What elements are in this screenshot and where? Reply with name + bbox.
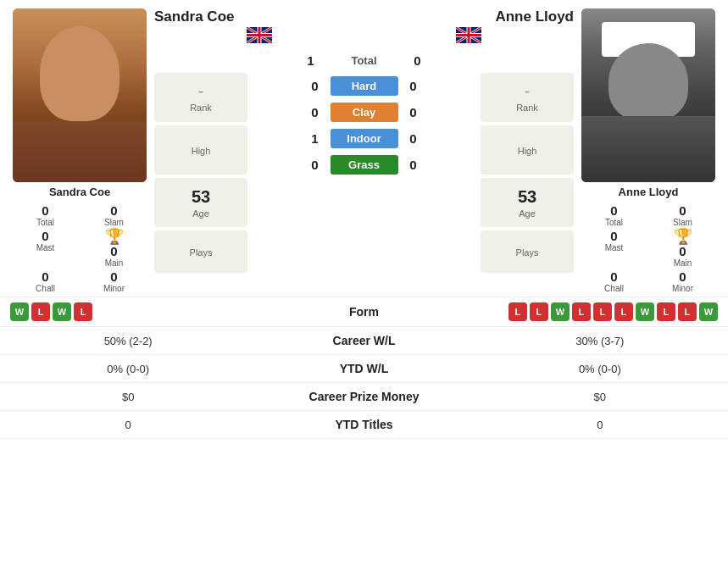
ytd-titles-row: 0 YTD Titles 0 <box>0 411 728 439</box>
indoor-score-row: 1 Indoor 0 <box>251 129 477 148</box>
right-player-photo <box>581 8 715 182</box>
career-wl-row: 50% (2-2) Career W/L 30% (3-7) <box>0 327 728 355</box>
surfaces-column: 0 Hard 0 0 Clay 0 1 Indoor 0 <box>251 73 477 176</box>
right-rank-box: - Rank <box>481 73 574 122</box>
right-flag <box>456 27 481 47</box>
form-badge-right: L <box>572 302 591 321</box>
ytd-wl-row: 0% (0-0) YTD W/L 0% (0-0) <box>0 355 728 383</box>
form-badge-right: L <box>614 302 633 321</box>
form-badge-right: L <box>530 302 548 321</box>
left-total-stat: 0 Total <box>17 203 74 227</box>
form-badge-left: L <box>31 302 50 321</box>
form-badge-right: L <box>678 302 697 321</box>
left-player-header-name: Sandra Coe <box>154 8 234 25</box>
right-player-name: Anne Lloyd <box>619 186 679 198</box>
form-badge-left: W <box>53 302 71 321</box>
left-high-box: High <box>154 125 247 175</box>
right-player-header-name: Anne Lloyd <box>495 8 574 25</box>
left-plays-box: Plays <box>154 230 247 273</box>
hard-score-row: 0 Hard 0 <box>251 76 477 96</box>
left-slam-stat: 0 Slam <box>86 203 142 227</box>
form-badge-left: L <box>74 302 92 321</box>
total-score-row: 1 Total 0 <box>154 53 574 68</box>
right-total-stat: 0 Total <box>586 203 642 227</box>
left-rank-box: - Rank <box>154 73 247 122</box>
left-trophy-icon: 🏆 <box>105 229 124 244</box>
right-age-box: 53 Age <box>481 178 574 227</box>
right-mast-stat: 0 Mast <box>586 229 642 268</box>
form-badge-left: W <box>10 302 29 321</box>
left-stat-boxes: - Rank High 53 Age Plays <box>154 73 247 273</box>
grass-score-row: 0 Grass 0 <box>251 155 477 175</box>
right-high-box: High <box>481 125 574 175</box>
left-player-name: Sandra Coe <box>49 186 110 198</box>
career-prize-row: $0 Career Prize Money $0 <box>0 383 728 411</box>
bottom-section: WLWL Form LLWLLLWLLW 50% (2-2) Career W/… <box>0 297 728 439</box>
form-badge-right: W <box>699 302 718 321</box>
left-mast-stat: 0 Mast <box>17 229 74 268</box>
form-badge-right: L <box>657 302 675 321</box>
right-stat-boxes: - Rank High 53 Age Plays <box>481 73 574 273</box>
form-row: WLWL Form LLWLLLWLLW <box>0 297 728 327</box>
left-age-box: 53 Age <box>154 178 247 227</box>
form-badge-right: W <box>636 302 654 321</box>
left-flag <box>247 27 272 47</box>
right-minor-stat: 0 Minor <box>654 269 711 293</box>
form-badge-right: W <box>551 302 570 321</box>
right-trophy: 🏆 0 Main <box>654 229 711 268</box>
form-badge-right: L <box>593 302 612 321</box>
right-plays-box: Plays <box>481 230 574 273</box>
right-form-badges: LLWLLLWLLW <box>482 302 718 321</box>
left-chall-stat: 0 Chall <box>17 269 74 293</box>
left-minor-stat: 0 Minor <box>86 269 142 293</box>
right-slam-stat: 0 Slam <box>654 203 711 227</box>
clay-score-row: 0 Clay 0 <box>251 103 477 122</box>
center-column: Sandra Coe Anne Lloyd <box>151 0 577 297</box>
top-area: Sandra Coe 0 Total 0 Slam 0 Mast 🏆 0 <box>0 0 728 297</box>
left-form-badges: WLWL <box>10 302 246 321</box>
left-player-photo <box>13 8 147 182</box>
main-container: Sandra Coe 0 Total 0 Slam 0 Mast 🏆 0 <box>0 0 728 439</box>
right-trophy-icon: 🏆 <box>674 229 692 244</box>
left-trophy: 🏆 0 Main <box>86 229 142 268</box>
form-badge-right: L <box>508 302 527 321</box>
right-chall-stat: 0 Chall <box>586 269 642 293</box>
